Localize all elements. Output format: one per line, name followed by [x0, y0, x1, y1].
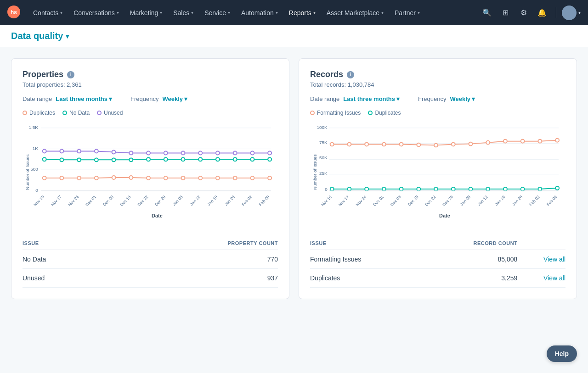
nav-reports[interactable]: Reports▾ [283, 0, 321, 25]
formatting-view-all-link[interactable]: View all [543, 256, 565, 263]
records-dup-dot [382, 187, 386, 191]
frequency-chevron-icon: ▾ [472, 95, 475, 102]
svg-text:Jan 05: Jan 05 [459, 195, 471, 206]
nav-service[interactable]: Service▾ [199, 0, 236, 25]
properties-card: Properties i Total properties: 2,361 Dat… [11, 58, 289, 299]
svg-text:Feb 02: Feb 02 [241, 195, 253, 207]
svg-text:Nov 17: Nov 17 [50, 195, 62, 207]
svg-text:Jan 12: Jan 12 [189, 195, 201, 206]
svg-text:Dec 22: Dec 22 [136, 195, 149, 207]
unused-dot [181, 151, 185, 155]
formatting-issues-legend-dot [310, 111, 315, 115]
nav-sales[interactable]: Sales▾ [168, 0, 199, 25]
duplicates-dot [129, 176, 133, 179]
records-dup-dot [521, 187, 525, 191]
main-content: Properties i Total properties: 2,361 Dat… [0, 47, 588, 310]
issue-no-data-label: No Data [23, 250, 104, 269]
records-dup-dot [417, 187, 420, 191]
records-date-range-picker[interactable]: Last three months ▾ [343, 95, 400, 102]
issue-records-duplicates-label: Duplicates [310, 269, 421, 288]
duplicates-dot [112, 176, 116, 179]
settings-button[interactable]: ⚙ [515, 5, 532, 21]
nav-marketing[interactable]: Marketing▾ [124, 0, 168, 25]
duplicates-view-all-link[interactable]: View all [543, 274, 565, 282]
issue-no-data-count: 770 [104, 250, 278, 269]
records-info-icon[interactable]: i [347, 71, 354, 78]
properties-filters: Date range Last three months ▾ Frequency… [23, 95, 278, 102]
svg-text:0: 0 [325, 187, 328, 192]
properties-card-title: Properties i [23, 70, 278, 79]
svg-text:0: 0 [35, 188, 38, 193]
svg-text:Dec 22: Dec 22 [424, 195, 436, 207]
properties-date-range-picker[interactable]: Last three months ▾ [56, 95, 112, 102]
records-dup-dot [452, 187, 455, 191]
issue-formatting-count: 85,008 [421, 250, 517, 269]
svg-text:Number of Issues: Number of Issues [312, 154, 317, 190]
page-header: Data quality ▾ [0, 25, 588, 47]
user-menu-button[interactable]: ▾ [562, 6, 581, 20]
svg-text:1.5K: 1.5K [28, 125, 38, 130]
issue-unused-count: 937 [104, 269, 278, 288]
svg-text:Jan 26: Jan 26 [224, 195, 236, 206]
records-dup-dot [538, 187, 542, 191]
properties-info-icon[interactable]: i [67, 71, 74, 78]
records-frequency-picker[interactable]: Weekly ▾ [450, 95, 475, 102]
date-range-label: Date range [23, 95, 52, 102]
frequency-label: Frequency [130, 95, 158, 102]
nav-automation[interactable]: Automation▾ [236, 0, 283, 25]
formatting-dot [503, 139, 507, 143]
formatting-dot [521, 139, 525, 143]
records-total: Total records: 1,030,784 [310, 81, 565, 88]
records-dup-dot [330, 187, 334, 191]
svg-text:100K: 100K [317, 125, 328, 130]
legend-unused: Unused [97, 110, 123, 116]
svg-text:Nov 17: Nov 17 [338, 195, 350, 207]
legend-formatting-issues: Formatting Issues [310, 110, 361, 116]
notifications-button[interactable]: 🔔 [534, 5, 550, 21]
nav-asset-marketplace[interactable]: Asset Marketplace▾ [321, 0, 389, 25]
chevron-icon: ▾ [276, 10, 278, 15]
nav-logo[interactable]: hs [7, 6, 20, 20]
no-data-dot [181, 157, 185, 161]
search-button[interactable]: 🔍 [479, 5, 495, 21]
no-data-dot [250, 157, 254, 161]
duplicates-dot [233, 176, 237, 180]
avatar [562, 6, 577, 20]
svg-text:Jan 19: Jan 19 [206, 195, 218, 206]
records-dup-dot [486, 187, 490, 191]
svg-text:Jan 05: Jan 05 [172, 195, 184, 206]
svg-text:1K: 1K [33, 146, 39, 151]
chevron-icon: ▾ [160, 10, 162, 15]
svg-text:Feb 09: Feb 09 [546, 195, 558, 207]
duplicates-dot [250, 176, 254, 180]
svg-text:Date: Date [152, 213, 163, 218]
no-data-dot [216, 157, 220, 161]
no-data-dot [77, 158, 81, 161]
unused-dot [43, 150, 46, 153]
properties-frequency-picker[interactable]: Weekly ▾ [162, 95, 187, 102]
records-date-range-label: Date range [310, 95, 339, 102]
no-data-dot [43, 157, 46, 161]
nav-conversations[interactable]: Conversations▾ [68, 0, 124, 25]
legend-duplicates: Duplicates [23, 110, 55, 116]
svg-text:Feb 09: Feb 09 [258, 195, 271, 207]
svg-text:Jan 12: Jan 12 [477, 195, 489, 206]
chevron-icon: ▾ [228, 10, 230, 15]
issue-unused-label: Unused [23, 269, 104, 288]
records-dup-dot [400, 187, 403, 191]
formatting-dot [400, 143, 403, 146]
formatting-dot [434, 144, 438, 147]
unused-dot [233, 151, 237, 155]
nav-partner[interactable]: Partner▾ [389, 0, 425, 25]
properties-issue-col-header: ISSUE [23, 237, 104, 250]
legend-records-duplicates: Duplicates [368, 110, 401, 116]
records-chart: Number of Issues 100K 75K 50K 25K 0 [310, 120, 565, 226]
marketplace-icon-button[interactable]: ⊞ [497, 5, 514, 21]
top-nav: hs Contacts▾ Conversations▾ Marketing▾ S… [0, 0, 588, 25]
duplicates-view-all-cell: View all [517, 269, 565, 288]
nav-contacts[interactable]: Contacts▾ [28, 0, 68, 25]
page-title[interactable]: Data quality ▾ [11, 31, 69, 41]
page-title-chevron-icon: ▾ [66, 33, 69, 40]
formatting-dot [469, 142, 473, 146]
unused-dot [60, 150, 63, 153]
